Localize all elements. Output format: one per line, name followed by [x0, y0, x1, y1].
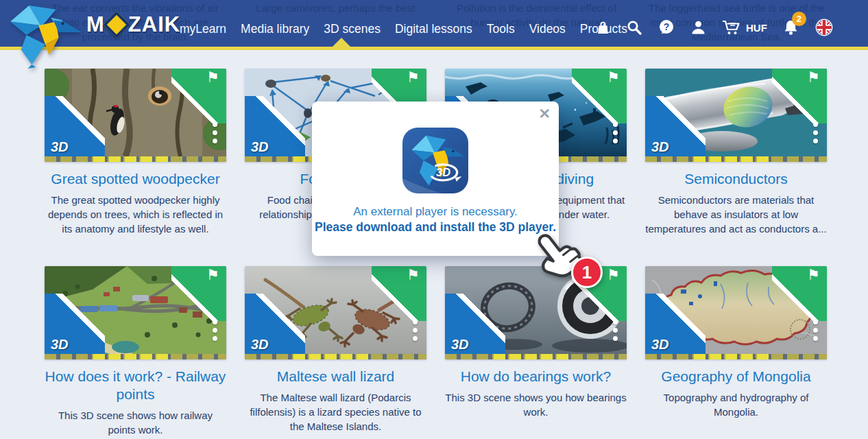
currency-label: HUF — [746, 22, 767, 34]
card-menu-dots[interactable] — [811, 120, 820, 145]
card-title[interactable]: Semiconductors — [645, 170, 827, 188]
compatibility-strip — [645, 156, 827, 162]
card-geography-of-mongolia: 3D ⚑ Geography of Mongolia Topography an… — [645, 266, 827, 439]
brand-letters-zaik: ZAIK — [128, 12, 180, 37]
close-icon[interactable]: ✕ — [538, 106, 551, 122]
mozaik-bird-logo[interactable] — [4, 1, 86, 69]
card-menu-dots[interactable] — [411, 318, 420, 343]
card-maltese-wall-lizard: 3D ⚑ Maltese wall lizard The Maltese wal… — [245, 266, 426, 439]
menu-media-library[interactable]: Media library — [241, 22, 309, 36]
card-title[interactable]: How do bearings work? — [445, 368, 627, 385]
brand-diamond-icon — [103, 11, 130, 38]
card-description: The great spotted woodpecker highly depe… — [45, 193, 226, 236]
flag-icon: ⚑ — [206, 267, 219, 283]
flag-ribbon[interactable]: ⚑ — [171, 266, 226, 321]
flag-icon: ⚑ — [807, 267, 820, 283]
card-description: This 3D scene shows you how bearings wor… — [445, 390, 627, 419]
compatibility-strip — [645, 354, 827, 359]
brand-letter-m: M — [86, 12, 105, 37]
flag-ribbon[interactable]: ⚑ — [572, 266, 627, 321]
flag-ribbon[interactable]: ⚑ — [772, 69, 827, 123]
card-description: This 3D scene shows how railway points w… — [45, 408, 226, 437]
main-menu: myLearn Media library 3D scenes Digital … — [180, 0, 627, 52]
menu-videos[interactable]: Videos — [529, 22, 566, 36]
svg-text:?: ? — [664, 21, 670, 32]
thumbnail-semiconductors[interactable]: 3D ⚑ — [645, 69, 827, 162]
compatibility-strip — [45, 354, 226, 359]
top-navbar: The ear converts the vibrations of air i… — [0, 0, 868, 50]
flag-icon: ⚑ — [407, 267, 420, 283]
thumbnail-mongolia[interactable]: 3D ⚑ — [645, 266, 827, 359]
flag-icon: ⚑ — [607, 69, 620, 86]
flag-icon: ⚑ — [807, 69, 820, 86]
card-description: Semiconductors are materials that behave… — [645, 193, 827, 236]
card-railway-points: 3D ⚑ How does it work? - Railway points … — [45, 266, 226, 439]
active-tab-indicator — [333, 38, 350, 47]
card-semiconductors: 3D ⚑ Semiconductors Semiconductors are m… — [645, 69, 827, 266]
notifications-bell[interactable]: 2 — [782, 19, 799, 36]
external-player-dialog: ✕ 3D An external player is necessary. Pl… — [312, 102, 559, 256]
menu-mylearn[interactable]: myLearn — [180, 22, 226, 36]
card-title[interactable]: How does it work? - Railway points — [45, 368, 226, 403]
thumbnail-woodpecker[interactable]: 3D ⚑ — [45, 69, 226, 162]
flag-ribbon[interactable]: ⚑ — [772, 266, 827, 321]
card-menu-dots[interactable] — [210, 120, 219, 145]
card-title[interactable]: Maltese wall lizard — [245, 368, 426, 385]
compatibility-strip — [245, 354, 426, 359]
mozaik-wordmark[interactable]: M ZAIK — [86, 12, 180, 37]
svg-text:3D: 3D — [436, 166, 450, 178]
card-great-spotted-woodpecker: 3D ⚑ Great spotted woodpecker The great … — [45, 69, 226, 266]
cart-icon — [721, 19, 742, 36]
thumbnail-bearings[interactable]: 3D ⚑ — [445, 266, 627, 359]
account-icon[interactable] — [690, 19, 706, 36]
card-title[interactable]: Geography of Mongolia — [645, 368, 827, 385]
card-title[interactable]: Great spotted woodpecker — [45, 170, 226, 188]
modal-message: An external player is necessary. — [312, 204, 559, 220]
help-icon[interactable]: ? — [658, 19, 675, 36]
flag-ribbon[interactable]: ⚑ — [572, 69, 627, 123]
thumbnail-railway[interactable]: 3D ⚑ — [45, 266, 226, 359]
search-icon[interactable] — [626, 19, 642, 36]
flag-icon: ⚑ — [607, 267, 620, 283]
card-bearings: 3D ⚑ How do bearings work? This 3D scene… — [445, 266, 627, 439]
modal-message-bold: Please download and install the 3D playe… — [312, 220, 559, 235]
notification-badge: 2 — [792, 12, 806, 26]
compatibility-strip — [45, 156, 226, 162]
flag-icon: ⚑ — [407, 69, 420, 86]
compatibility-strip — [445, 354, 627, 359]
menu-digital-lessons[interactable]: Digital lessons — [395, 22, 472, 36]
card-menu-dots[interactable] — [611, 318, 620, 343]
card-menu-dots[interactable] — [611, 120, 620, 145]
card-menu-dots[interactable] — [811, 318, 820, 343]
card-menu-dots[interactable] — [210, 318, 219, 343]
thumbnail-lizard[interactable]: 3D ⚑ — [245, 266, 426, 359]
menu-tools[interactable]: Tools — [487, 22, 515, 36]
flag-ribbon[interactable]: ⚑ — [171, 69, 226, 123]
card-description: Topography and hydrography of Mongolia. — [645, 390, 827, 419]
language-flag-icon[interactable] — [815, 18, 834, 37]
mozaik-3d-app-icon: 3D — [402, 128, 468, 193]
menu-3d-scenes[interactable]: 3D scenes — [324, 22, 381, 36]
cart-button[interactable]: HUF — [721, 19, 767, 36]
flag-icon: ⚑ — [206, 69, 219, 86]
card-description: The Maltese wall lizard (Podarcis filfol… — [245, 390, 426, 434]
flag-ribbon[interactable]: ⚑ — [372, 266, 426, 321]
shop-bag-icon[interactable] — [595, 19, 611, 36]
